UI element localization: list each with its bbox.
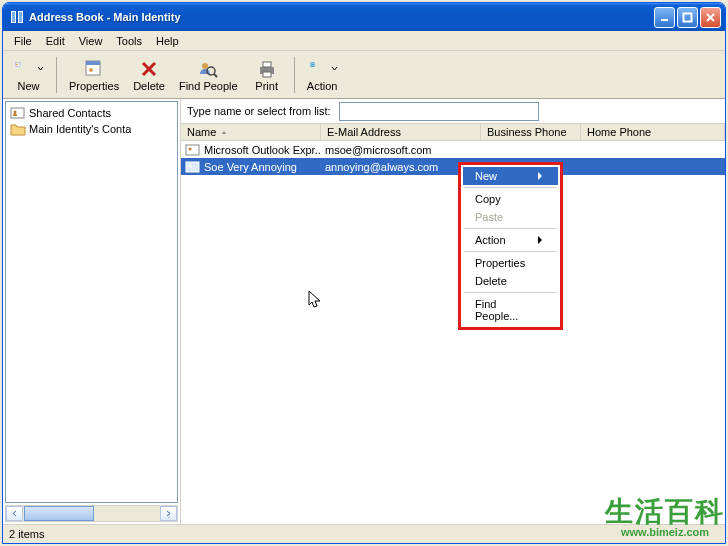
menubar: File Edit View Tools Help [3,31,725,51]
menu-help[interactable]: Help [149,33,186,49]
horizontal-scrollbar[interactable] [5,505,178,522]
row-name: Microsoft Outlook Expr... [204,144,321,156]
svg-rect-23 [186,145,199,155]
search-input[interactable] [339,102,539,121]
context-new[interactable]: New [463,167,558,185]
row-name: Soe Very Annoying [204,161,297,173]
search-label: Type name or select from list: [187,105,331,117]
context-properties[interactable]: Properties [463,254,558,272]
submenu-arrow-icon [538,172,542,180]
tree-item-main-identity[interactable]: Main Identity's Conta [8,121,175,137]
scroll-thumb[interactable] [24,506,94,521]
scroll-left-arrow[interactable] [6,506,23,521]
context-find-people[interactable]: Find People... [463,295,558,325]
row-email: annoying@always.com [325,161,438,173]
svg-rect-17 [263,62,271,67]
main-pane: Type name or select from list: Name E-Ma… [181,99,725,524]
watermark-chinese: 生活百科 [605,498,725,526]
book-icon [9,9,25,25]
close-button[interactable] [700,7,721,28]
maximize-button[interactable] [677,7,698,28]
toolbar-label: Properties [69,80,119,92]
find-people-icon [197,58,219,80]
properties-icon [83,58,105,80]
context-copy[interactable]: Copy [463,190,558,208]
print-icon [256,58,278,80]
content-area: Shared Contacts Main Identity's Conta Ty… [3,99,725,524]
svg-point-26 [189,164,192,167]
status-text: 2 items [9,528,44,540]
svg-point-10 [89,68,93,72]
column-home-phone[interactable]: Home Phone [581,124,725,140]
chevron-down-icon [37,65,44,72]
row-email: msoe@microsoft.com [325,144,432,156]
context-delete[interactable]: Delete [463,272,558,290]
window-title: Address Book - Main Identity [29,11,181,23]
svg-rect-18 [263,72,271,77]
menu-view[interactable]: View [72,33,110,49]
svg-rect-21 [11,108,24,118]
minimize-button[interactable] [654,7,675,28]
svg-rect-5 [16,63,18,65]
folder-tree[interactable]: Shared Contacts Main Identity's Conta [5,101,178,503]
contact-card-icon [185,143,201,157]
svg-line-15 [214,74,217,77]
new-button[interactable]: New [7,54,50,96]
context-paste: Paste [463,208,558,226]
column-name[interactable]: Name [181,124,321,140]
column-email[interactable]: E-Mail Address [321,124,481,140]
delete-icon [138,58,160,80]
folder-icon [10,122,26,136]
toolbar-label: Print [255,80,278,92]
svg-rect-1 [684,13,692,21]
toolbar-label: New [17,80,39,92]
contact-card-icon [185,160,201,174]
separator [56,57,57,93]
tree-item-shared-contacts[interactable]: Shared Contacts [8,105,175,121]
contacts-icon [10,106,26,120]
svg-rect-25 [186,162,199,172]
toolbar-label: Find People [179,80,238,92]
toolbar: New Properties Delete Find People Print … [3,51,725,99]
new-card-icon [13,58,35,80]
sidebar: Shared Contacts Main Identity's Conta [3,99,181,524]
delete-button[interactable]: Delete [127,54,171,96]
properties-button[interactable]: Properties [63,54,125,96]
toolbar-label: Delete [133,80,165,92]
sort-asc-icon [220,128,228,136]
table-row[interactable]: Microsoft Outlook Expr... msoe@microsoft… [181,141,725,158]
action-button[interactable]: Action [301,54,344,96]
menu-file[interactable]: File [7,33,39,49]
tree-item-label: Main Identity's Conta [29,123,131,135]
separator [294,57,295,93]
list-header: Name E-Mail Address Business Phone Home … [181,123,725,141]
action-icon [307,58,329,80]
watermark: 生活百科 www.bimeiz.com [605,498,725,538]
context-action[interactable]: Action [463,231,558,249]
search-bar: Type name or select from list: [181,99,725,123]
table-row[interactable]: Soe Very Annoying annoying@always.com [181,158,725,175]
scroll-right-arrow[interactable] [160,506,177,521]
svg-rect-9 [86,61,100,65]
context-menu: New Copy Paste Action Properties Delete … [458,162,563,330]
tree-item-label: Shared Contacts [29,107,111,119]
menu-tools[interactable]: Tools [109,33,149,49]
svg-point-13 [202,63,208,69]
menu-edit[interactable]: Edit [39,33,72,49]
main-window: Address Book - Main Identity File Edit V… [2,2,726,544]
submenu-arrow-icon [538,236,542,244]
column-business-phone[interactable]: Business Phone [481,124,581,140]
chevron-down-icon [331,65,338,72]
svg-point-24 [189,147,192,150]
print-button[interactable]: Print [246,54,288,96]
contact-list[interactable]: Microsoft Outlook Expr... msoe@microsoft… [181,141,725,524]
toolbar-label: Action [307,80,338,92]
find-people-button[interactable]: Find People [173,54,244,96]
titlebar: Address Book - Main Identity [3,3,725,31]
watermark-url: www.bimeiz.com [605,526,725,538]
